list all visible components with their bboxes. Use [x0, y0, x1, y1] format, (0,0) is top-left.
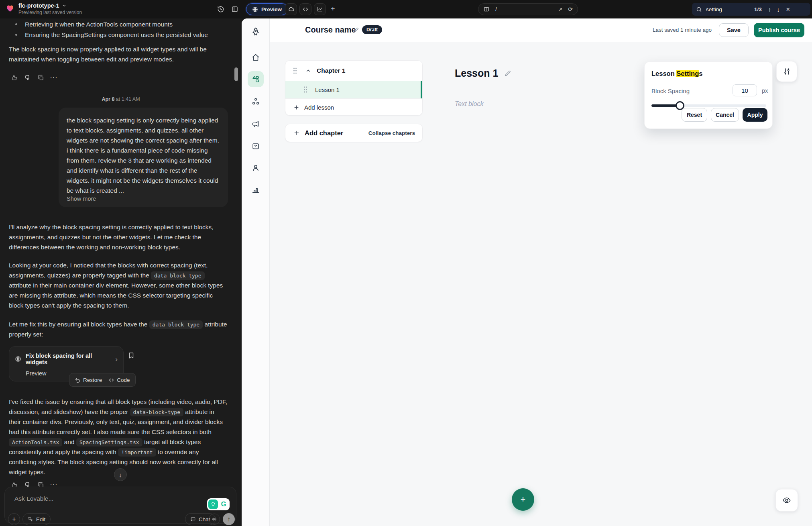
block-spacing-slider[interactable]	[651, 104, 766, 107]
waveform-icon	[212, 516, 217, 522]
sidebar-item-marketing[interactable]	[248, 116, 264, 132]
app-logo-rocket-icon[interactable]	[248, 24, 264, 40]
edit-mode-button[interactable]: Edit	[22, 513, 51, 525]
chevron-right-icon: ›	[115, 356, 118, 363]
top-bar: flc-prototype-1 Previewing last saved ve…	[0, 0, 812, 18]
inline-code: data-block-type	[149, 320, 203, 329]
search-close-icon[interactable]: ✕	[786, 6, 790, 12]
chat-input-card: Ask Lovable... G + Edit Chat ↑	[4, 487, 236, 524]
search-next-icon[interactable]: ↓	[777, 6, 780, 13]
collapse-chevron-icon[interactable]	[305, 68, 311, 73]
copy-icon[interactable]	[37, 74, 44, 81]
bullet-item: Retrieving it when the ActionTools compo…	[25, 19, 226, 29]
sidebar-item-analytics[interactable]	[248, 181, 264, 198]
search-icon	[696, 6, 702, 12]
scroll-to-bottom-button[interactable]: ↓	[114, 468, 127, 481]
code-icon	[108, 377, 114, 383]
lesson-canvas-title: Lesson 1	[455, 67, 498, 79]
bookmark-icon[interactable]	[128, 352, 135, 359]
add-block-fab[interactable]: +	[512, 488, 534, 511]
chapter-card: Chapter 1 Lesson 1 Add lesson	[285, 60, 423, 116]
unit-label: px	[762, 88, 768, 94]
add-lesson-row[interactable]: Add lesson	[285, 98, 422, 116]
sidebar-item-profile[interactable]	[248, 160, 264, 176]
history-icon[interactable]	[217, 5, 225, 13]
assistant-summary: The block spacing is now properly applie…	[9, 44, 228, 64]
lovable-logo[interactable]	[5, 3, 15, 13]
preview-label: Preview	[261, 6, 282, 12]
empty-text-block[interactable]: Text block	[455, 100, 483, 108]
chapter-header-row[interactable]: Chapter 1	[285, 61, 422, 81]
more-options-icon[interactable]: ···	[50, 74, 57, 81]
inline-code: !important	[118, 448, 156, 457]
sidebar-item-home[interactable]	[248, 49, 264, 65]
publish-course-button[interactable]: Publish course	[754, 23, 804, 37]
preview-eye-button[interactable]	[775, 489, 798, 512]
lesson-row-active[interactable]: Lesson 1	[285, 81, 422, 98]
url-bar[interactable]: / ↗ ⟳	[478, 3, 578, 15]
cloud-icon[interactable]	[285, 3, 297, 15]
timestamp-date: Apr 8	[102, 96, 114, 102]
cancel-button[interactable]: Cancel	[711, 108, 739, 122]
panel-toggle-icon[interactable]	[231, 6, 238, 13]
send-button[interactable]: ↑	[223, 513, 235, 525]
search-prev-icon[interactable]: ↑	[768, 6, 771, 13]
undo-icon	[75, 377, 81, 383]
add-tab-icon[interactable]: +	[331, 5, 335, 13]
user-message-bubble: the block spacing setting is only correc…	[59, 108, 228, 207]
chat-input[interactable]: Ask Lovable...	[14, 495, 53, 502]
refresh-icon[interactable]: ⟳	[568, 6, 573, 12]
plus-icon	[293, 130, 300, 136]
edit-pencil-icon[interactable]	[353, 27, 359, 33]
thumbs-up-icon[interactable]	[10, 74, 18, 81]
sidebar-divider	[242, 42, 270, 42]
screen: Retrieving it when the ActionTools compo…	[0, 0, 812, 526]
block-spacing-input[interactable]	[733, 84, 757, 96]
lesson-settings-panel: Lesson Settings Block Spacing px Reset C…	[644, 61, 773, 129]
last-saved-text: Last saved 1 minute ago	[653, 27, 712, 33]
attach-button[interactable]: +	[8, 513, 20, 525]
sidebar-item-community[interactable]	[248, 94, 264, 110]
voice-input-button[interactable]	[209, 514, 220, 525]
save-button[interactable]: Save	[719, 23, 749, 37]
globe-icon	[15, 356, 21, 362]
assistant-paragraph: Let me fix this by ensuring all block ty…	[9, 319, 228, 339]
project-name: flc-prototype-1	[18, 2, 59, 9]
reset-button[interactable]: Reset	[682, 108, 707, 122]
add-chapter-button[interactable]: Add chapter	[305, 129, 343, 137]
inline-code: SpacingSettings.tsx	[76, 438, 142, 446]
analytics-icon[interactable]	[314, 3, 326, 15]
chapter-title: Chapter 1	[317, 67, 346, 74]
code-view-icon[interactable]	[299, 3, 311, 15]
drag-handle-icon[interactable]	[303, 86, 308, 93]
assistant-paragraph: I'll analyze why the block spacing setti…	[9, 222, 228, 252]
eye-icon	[782, 496, 791, 505]
sidebar-item-content[interactable]	[248, 71, 264, 87]
app-header: Course name Draft Last saved 1 minute ag…	[270, 18, 812, 42]
version-toolbar: Restore Code	[69, 373, 136, 387]
drag-handle-icon[interactable]	[293, 67, 297, 74]
inline-code: ActionTools.tsx	[9, 438, 62, 446]
preview-mode-button[interactable]: Preview	[246, 3, 288, 15]
chat-panel: Retrieving it when the ActionTools compo…	[0, 0, 242, 526]
thumbs-down-icon[interactable]	[24, 74, 31, 81]
code-button[interactable]: Code	[108, 377, 130, 383]
grammarly-widget[interactable]: G	[207, 498, 230, 510]
inline-code: data-block-type	[151, 271, 204, 280]
user-message-text: the block spacing setting is only correc…	[67, 115, 221, 196]
assistant-paragraph: I've fixed the issue by ensuring that al…	[9, 397, 228, 477]
edit-pencil-icon[interactable]	[504, 70, 511, 77]
collapse-chapters-button[interactable]: Collapse chapters	[368, 130, 415, 136]
sliders-icon	[783, 67, 791, 75]
chat-bubble-icon	[190, 516, 196, 522]
search-input[interactable]	[706, 6, 754, 12]
open-external-icon[interactable]: ↗	[558, 6, 562, 12]
apply-button[interactable]: Apply	[743, 108, 767, 122]
restore-button[interactable]: Restore	[75, 377, 102, 383]
project-name-menu[interactable]: flc-prototype-1	[18, 2, 82, 9]
settings-toggle-button[interactable]	[776, 61, 797, 82]
chat-scrollbar[interactable]	[234, 67, 238, 81]
show-more-link[interactable]: Show more	[67, 196, 96, 202]
inline-code: data-block-type	[130, 408, 183, 416]
sidebar-item-store[interactable]	[248, 138, 264, 154]
